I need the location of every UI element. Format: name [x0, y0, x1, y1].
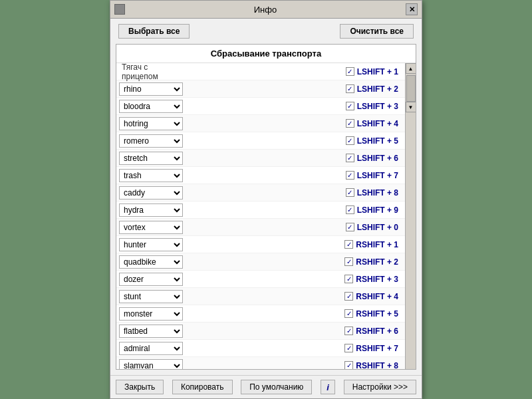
keybind-area: ✓ LSHIFT + 7 [186, 171, 402, 180]
checkbox[interactable]: ✓ [346, 171, 354, 180]
keybind-text: RSHIFT + 8 [356, 361, 398, 370]
scroll-thumb[interactable] [406, 75, 416, 102]
keybind-text: LSHIFT + 3 [357, 102, 398, 111]
vehicle-select[interactable]: slamvan [119, 359, 183, 370]
scrollbar[interactable]: ▲ ▼ [405, 63, 416, 369]
keybind-text: RSHIFT + 5 [356, 309, 398, 319]
vehicle-select[interactable]: rhino [119, 82, 183, 96]
vehicle-header-label: Тягач с прицепом [119, 63, 186, 81]
checkbox-area: ✓ LSHIFT + 5 [346, 136, 398, 146]
checkbox[interactable]: ✓ [346, 84, 354, 93]
keybind-text: LSHIFT + 1 [357, 67, 398, 76]
checkbox-area: ✓ LSHIFT + 8 [346, 188, 398, 198]
checkbox[interactable]: ✓ [346, 136, 354, 145]
vehicle-select[interactable]: caddy [119, 186, 183, 200]
title-bar-center: Инфо [125, 5, 406, 15]
keybind-text: LSHIFT + 9 [357, 205, 398, 215]
checkbox-area: ✓ RSHIFT + 4 [344, 292, 398, 301]
vehicle-dropdown-container: rhino [119, 82, 186, 96]
vehicle-select[interactable]: hydra [119, 203, 183, 217]
keybind-area: ✓ RSHIFT + 6 [186, 327, 402, 336]
keybind-text: LSHIFT + 2 [357, 84, 398, 94]
window-title: Инфо [254, 5, 277, 15]
vehicle-dropdown-container: hydra [119, 203, 186, 217]
checkbox[interactable]: ✓ [346, 223, 354, 231]
checkbox-area: ✓ RSHIFT + 7 [344, 344, 398, 353]
keybind-text: RSHIFT + 7 [356, 344, 398, 353]
checkbox-area: ✓ LSHIFT + 7 [346, 171, 398, 180]
vehicle-select[interactable]: dozer [119, 273, 183, 286]
default-button[interactable]: По умолчанию [241, 380, 312, 394]
checkbox[interactable]: ✓ [344, 240, 353, 249]
checkbox[interactable]: ✓ [344, 292, 353, 301]
keybind-text: LSHIFT + 0 [357, 223, 398, 232]
keybind-text: LSHIFT + 8 [357, 188, 398, 198]
checkbox-area: ✓ LSHIFT + 2 [346, 84, 398, 94]
vehicle-select[interactable]: romero [119, 134, 183, 148]
keybind-text: LSHIFT + 6 [357, 154, 398, 163]
window-icon [114, 4, 125, 15]
scroll-up-button[interactable]: ▲ [406, 63, 416, 74]
checkbox[interactable]: ✓ [344, 257, 353, 266]
list-item: hotring ✓ LSHIFT + 4 [116, 115, 405, 132]
checkbox-area: ✓ RSHIFT + 2 [344, 257, 398, 267]
list-item: stretch ✓ LSHIFT + 6 [116, 150, 405, 167]
checkbox-area: ✓ RSHIFT + 1 [344, 240, 398, 249]
vehicle-dropdown-container: romero [119, 134, 186, 148]
main-window: Инфо ✕ Выбрать все Очистить все Сбрасыва… [110, 0, 422, 399]
vehicle-dropdown-container: monster [119, 307, 186, 321]
info-button[interactable]: i [321, 380, 335, 394]
list-item: hunter ✓ RSHIFT + 1 [116, 236, 405, 253]
checkbox-area: ✓ RSHIFT + 3 [344, 275, 398, 284]
checkbox[interactable]: ✓ [346, 119, 354, 128]
vehicle-select[interactable]: trash [119, 169, 183, 182]
vehicle-select[interactable]: flatbed [119, 325, 183, 338]
checkbox[interactable]: ✓ [346, 188, 354, 197]
close-footer-button[interactable]: Закрыть [116, 380, 164, 394]
list-item: caddy ✓ LSHIFT + 8 [116, 184, 405, 201]
select-all-button[interactable]: Выбрать все [118, 24, 190, 39]
checkbox-area: ✓ LSHIFT + 4 [346, 119, 398, 128]
checkbox[interactable]: ✓ [344, 309, 353, 318]
list-item: rhino ✓ LSHIFT + 2 [116, 80, 405, 98]
copy-button[interactable]: Копировать [172, 380, 233, 394]
checkbox[interactable]: ✓ [344, 275, 353, 283]
close-button[interactable]: ✕ [406, 3, 418, 15]
checkbox[interactable]: ✓ [346, 102, 354, 110]
vehicle-select[interactable]: admiral [119, 342, 183, 355]
scroll-down-button[interactable]: ▼ [406, 102, 416, 112]
list-item: dozer ✓ RSHIFT + 3 [116, 271, 405, 288]
checkbox[interactable]: ✓ [344, 344, 353, 352]
list-item: trash ✓ LSHIFT + 7 [116, 167, 405, 184]
vehicle-select[interactable]: hotring [119, 117, 183, 130]
list-item: stunt ✓ RSHIFT + 4 [116, 288, 405, 305]
checkbox-area: ✓ RSHIFT + 6 [344, 327, 398, 336]
vehicle-select[interactable]: monster [119, 307, 183, 321]
vehicle-select[interactable]: bloodra [119, 100, 183, 113]
vehicle-select[interactable]: quadbike [119, 255, 183, 269]
checkbox[interactable]: ✓ [346, 67, 354, 76]
vehicle-dropdown-container: dozer [119, 273, 186, 286]
checkbox-area: ✓ LSHIFT + 1 [346, 67, 398, 76]
settings-button[interactable]: Настройки >>> [344, 380, 416, 394]
checkbox-area: ✓ LSHIFT + 9 [346, 205, 398, 215]
keybind-area: ✓ RSHIFT + 3 [186, 275, 402, 284]
checkbox-area: ✓ RSHIFT + 8 [344, 361, 398, 370]
vehicle-select[interactable]: vortex [119, 221, 183, 234]
section-header: Сбрасывание транспорта [116, 45, 416, 63]
checkbox[interactable]: ✓ [346, 154, 354, 162]
list-item: hydra ✓ LSHIFT + 9 [116, 201, 405, 219]
checkbox[interactable]: ✓ [346, 205, 354, 214]
keybind-area: ✓ RSHIFT + 1 [186, 240, 402, 249]
clear-all-button[interactable]: Очистить все [340, 24, 414, 39]
list-item: vortex ✓ LSHIFT + 0 [116, 219, 405, 236]
vehicle-select[interactable]: stunt [119, 290, 183, 303]
vehicle-select[interactable]: stretch [119, 152, 183, 165]
vehicle-select[interactable]: hunter [119, 238, 183, 251]
vehicle-dropdown-container: stretch [119, 152, 186, 165]
keybind-area: ✓ RSHIFT + 4 [186, 292, 402, 301]
keybind-text: RSHIFT + 4 [356, 292, 398, 301]
checkbox[interactable]: ✓ [344, 327, 353, 335]
vehicle-dropdown-container: quadbike [119, 255, 186, 269]
checkbox[interactable]: ✓ [344, 361, 353, 369]
